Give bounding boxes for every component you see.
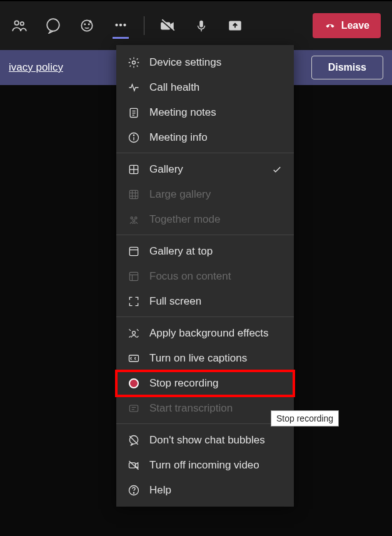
svg-rect-45 — [129, 405, 138, 412]
menu-label: Device settings — [149, 56, 221, 69]
menu-meeting-notes[interactable]: Meeting notes — [116, 100, 294, 125]
notes-icon — [128, 106, 140, 119]
info-icon — [128, 131, 140, 144]
menu-label: Meeting info — [149, 131, 208, 144]
svg-rect-12 — [199, 21, 203, 28]
captions-icon — [128, 352, 140, 365]
topbar-icons-left — [11, 18, 129, 34]
chat-icon[interactable] — [45, 18, 61, 34]
menu-label: Start transcription — [149, 402, 233, 415]
menu-label: Focus on content — [149, 270, 231, 283]
gallery-top-icon — [128, 245, 140, 258]
camera-off-icon[interactable] — [159, 18, 176, 34]
privacy-policy-link[interactable]: ivacy policy — [9, 61, 63, 74]
pulse-icon — [128, 81, 140, 94]
focus-icon — [128, 270, 140, 283]
menu-label: Help — [149, 484, 171, 497]
menu-turn-on-live-captions[interactable]: Turn on live captions — [116, 346, 294, 371]
transcription-icon — [128, 402, 140, 415]
leave-button[interactable]: Leave — [313, 13, 381, 38]
menu-apply-background-effects[interactable]: Apply background effects — [116, 321, 294, 346]
svg-rect-34 — [129, 247, 138, 255]
svg-point-33 — [133, 220, 134, 221]
menu-label: Turn on live captions — [149, 352, 247, 365]
menu-turn-off-incoming-video[interactable]: Turn off incoming video — [116, 453, 294, 478]
menu-device-settings[interactable]: Device settings — [116, 50, 294, 75]
svg-point-31 — [131, 217, 133, 219]
share-screen-icon[interactable] — [227, 18, 243, 34]
svg-point-22 — [133, 135, 134, 136]
together-icon — [128, 213, 140, 226]
svg-point-0 — [14, 21, 19, 25]
menu-label: Meeting notes — [149, 106, 216, 119]
meeting-topbar: Leave — [0, 0, 392, 50]
menu-label: Together mode — [149, 213, 220, 226]
menu-focus-on-content: Focus on content — [116, 264, 294, 289]
svg-point-39 — [133, 331, 136, 335]
menu-label: Apply background effects — [149, 327, 269, 340]
record-icon — [128, 377, 140, 390]
background-effects-icon — [128, 327, 140, 340]
menu-large-gallery: Large gallery — [116, 182, 294, 207]
video-off-icon — [128, 459, 140, 472]
hangup-icon — [324, 19, 336, 32]
svg-point-4 — [84, 24, 85, 24]
menu-label: Gallery at top — [149, 245, 213, 258]
menu-gallery-at-top[interactable]: Gallery at top — [116, 239, 294, 264]
menu-label: Turn off incoming video — [149, 459, 259, 472]
menu-full-screen[interactable]: Full screen — [116, 289, 294, 317]
grid-icon — [128, 163, 140, 176]
more-actions-menu: Device settings Call health Meeting note… — [116, 45, 294, 507]
menu-stop-recording[interactable]: Stop recording — [116, 371, 294, 396]
svg-line-43 — [137, 336, 139, 338]
svg-line-42 — [129, 336, 131, 338]
svg-rect-26 — [129, 190, 138, 198]
dismiss-button[interactable]: Dismiss — [311, 56, 383, 79]
topbar-icons-media — [159, 18, 243, 34]
svg-point-53 — [133, 493, 134, 493]
svg-point-15 — [133, 61, 136, 64]
help-icon — [128, 484, 140, 497]
check-icon — [271, 164, 283, 175]
menu-call-health[interactable]: Call health — [116, 75, 294, 100]
svg-point-1 — [21, 22, 24, 25]
menu-label: Stop recording — [149, 377, 219, 390]
menu-label: Call health — [149, 81, 199, 94]
svg-point-8 — [123, 23, 126, 26]
chat-off-icon — [128, 434, 140, 447]
fullscreen-icon — [128, 295, 140, 308]
svg-rect-36 — [129, 272, 138, 280]
svg-point-7 — [119, 23, 122, 26]
menu-label: Full screen — [149, 295, 201, 308]
svg-point-6 — [115, 23, 118, 26]
gear-icon — [128, 56, 140, 69]
svg-point-5 — [89, 24, 89, 24]
svg-line-41 — [137, 329, 139, 331]
menu-together-mode: Together mode — [116, 207, 294, 235]
tooltip-stop-recording: Stop recording — [271, 410, 339, 427]
svg-line-40 — [129, 329, 131, 331]
more-actions-icon[interactable] — [113, 23, 129, 39]
reactions-icon[interactable] — [79, 18, 95, 34]
menu-dont-show-chat-bubbles[interactable]: Don't show chat bubbles — [116, 428, 294, 453]
menu-help[interactable]: Help — [116, 478, 294, 507]
menu-label: Gallery — [149, 163, 183, 176]
menu-meeting-info[interactable]: Meeting info — [116, 125, 294, 153]
leave-label: Leave — [341, 20, 369, 31]
people-icon[interactable] — [11, 18, 28, 34]
svg-point-32 — [135, 217, 137, 219]
menu-start-transcription: Start transcription — [116, 396, 294, 424]
svg-point-2 — [47, 19, 59, 31]
menu-gallery[interactable]: Gallery — [116, 157, 294, 182]
menu-label: Large gallery — [149, 188, 211, 201]
large-grid-icon — [128, 188, 140, 201]
toolbar-divider — [144, 16, 144, 35]
microphone-icon[interactable] — [193, 18, 209, 34]
menu-label: Don't show chat bubbles — [149, 434, 265, 447]
